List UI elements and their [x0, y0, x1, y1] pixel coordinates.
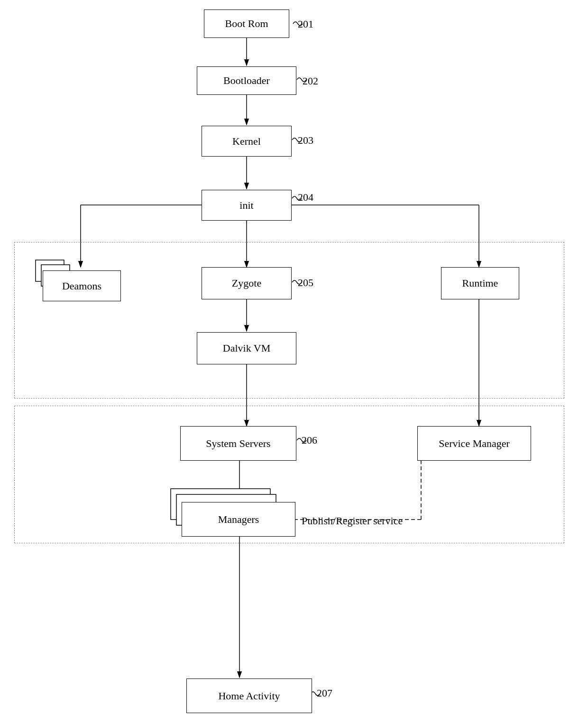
home-activity-label: Home Activity — [218, 690, 280, 702]
managers-box: Managers — [182, 502, 295, 537]
ref-201: 201 — [298, 18, 313, 30]
boot-rom-box: Boot Rom — [204, 9, 289, 38]
ref-207: 207 — [317, 687, 332, 699]
ref-202: 202 — [303, 75, 318, 87]
managers-label: Managers — [218, 513, 259, 526]
ref-203: 203 — [298, 134, 313, 147]
service-manager-box: Service Manager — [417, 426, 531, 461]
zygote-box: Zygote — [202, 267, 292, 299]
dashed-region-1 — [14, 242, 564, 399]
runtime-label: Runtime — [462, 277, 498, 289]
ref-206: 206 — [302, 434, 317, 446]
boot-rom-label: Boot Rom — [225, 18, 268, 30]
system-servers-label: System Servers — [206, 437, 270, 450]
diagram: Boot Rom 201 Bootloader 202 Kernel 203 i… — [0, 0, 588, 725]
daemons-label: Deamons — [62, 280, 101, 292]
bootloader-label: Bootloader — [223, 74, 270, 87]
kernel-label: Kernel — [232, 135, 261, 148]
service-manager-label: Service Manager — [439, 437, 510, 450]
publish-register-label: Publish/Register service — [302, 515, 403, 527]
daemons-box: Deamons — [43, 270, 121, 301]
runtime-box: Runtime — [441, 267, 519, 299]
zygote-label: Zygote — [232, 277, 261, 289]
init-box: init — [202, 190, 292, 221]
home-activity-box: Home Activity — [186, 679, 312, 713]
init-label: init — [239, 199, 253, 212]
ref-204: 204 — [298, 191, 313, 204]
dalvik-vm-box: Dalvik VM — [197, 332, 296, 364]
bootloader-box: Bootloader — [197, 66, 296, 95]
dalvik-vm-label: Dalvik VM — [223, 342, 270, 354]
ref-205: 205 — [298, 277, 313, 289]
system-servers-box: System Servers — [180, 426, 296, 461]
kernel-box: Kernel — [202, 126, 292, 157]
